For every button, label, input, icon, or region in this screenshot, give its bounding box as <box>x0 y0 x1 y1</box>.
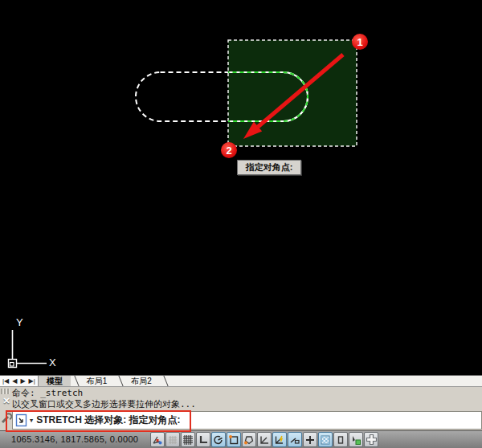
tab-navigation: |◀ ◀ ▶ ▶| <box>0 376 39 386</box>
tab-nav-first-icon[interactable]: |◀ <box>2 377 9 385</box>
3d-object-snap-button[interactable] <box>242 432 256 447</box>
drawing-canvas[interactable]: 1 2 Y X 指定对角点: <box>0 0 482 375</box>
command-input-text: STRETCH 选择对象: 指定对角点: <box>36 413 180 427</box>
command-input-line[interactable]: ▼ STRETCH 选择对象: 指定对角点: <box>12 411 482 430</box>
tab-nav-last-icon[interactable]: ▶| <box>29 377 35 385</box>
dynamic-prompt-tooltip: 指定对角点: <box>237 160 301 175</box>
lineweight-button[interactable] <box>303 432 317 447</box>
command-window: ✕ 命令: _stretch 以交叉窗口或交叉多边形选择要拉伸的对象... ▼ … <box>0 387 482 430</box>
tab-layout2[interactable]: 布局2 <box>123 376 160 386</box>
clean-screen-button[interactable] <box>364 432 378 447</box>
grid-snap-button[interactable] <box>165 432 180 447</box>
selection-cycling-button[interactable] <box>349 432 363 447</box>
command-history-line1: 命令: _stretch <box>12 388 83 398</box>
prompt-dropdown-caret-icon[interactable]: ▼ <box>30 417 33 424</box>
svg-text:Y: Y <box>16 316 23 328</box>
transparency-button[interactable] <box>318 432 333 447</box>
snap-mode-button[interactable] <box>150 432 165 447</box>
tab-layout1[interactable]: 布局1 <box>79 376 116 386</box>
svg-text:1: 1 <box>357 36 362 48</box>
status-toggle-buttons <box>150 432 379 447</box>
status-bar: 1065.3146, 1817.5865, 0.0000 <box>0 430 482 448</box>
command-prompt-icon[interactable] <box>15 413 28 427</box>
ortho-mode-button[interactable] <box>196 432 210 447</box>
command-window-grip[interactable] <box>1 389 10 394</box>
tab-nav-next-icon[interactable]: ▶ <box>20 377 25 385</box>
marker-1-badge: 1 <box>352 34 368 50</box>
grid-display-button[interactable] <box>181 432 195 447</box>
dynamic-ucs-button[interactable] <box>272 432 287 447</box>
crossing-selection-window <box>228 40 357 146</box>
tab-nav-prev-icon[interactable]: ◀ <box>12 377 17 385</box>
customize-wrench-icon[interactable] <box>1 412 12 425</box>
polar-tracking-button[interactable] <box>211 432 226 447</box>
dynamic-input-button[interactable] <box>288 432 302 447</box>
object-snap-tracking-button[interactable] <box>257 432 272 447</box>
quick-properties-button[interactable] <box>333 432 348 447</box>
coordinate-readout: 1065.3146, 1817.5865, 0.0000 <box>11 434 138 444</box>
svg-text:2: 2 <box>226 145 231 157</box>
marker-2-badge: 2 <box>221 142 237 158</box>
tab-model[interactable]: 模型 <box>39 376 71 386</box>
layout-tab-bar: |◀ ◀ ▶ ▶| 模型 布局1 布局2 <box>0 375 482 387</box>
command-history-line2: 以交叉窗口或交叉多边形选择要拉伸的对象... <box>12 399 196 409</box>
svg-text:X: X <box>49 356 56 369</box>
ucs-icon: Y X <box>9 316 57 369</box>
command-history: 命令: _stretch 以交叉窗口或交叉多边形选择要拉伸的对象... <box>12 388 481 410</box>
object-snap-button[interactable] <box>227 432 241 447</box>
command-close-icon[interactable]: ✕ <box>2 396 11 406</box>
